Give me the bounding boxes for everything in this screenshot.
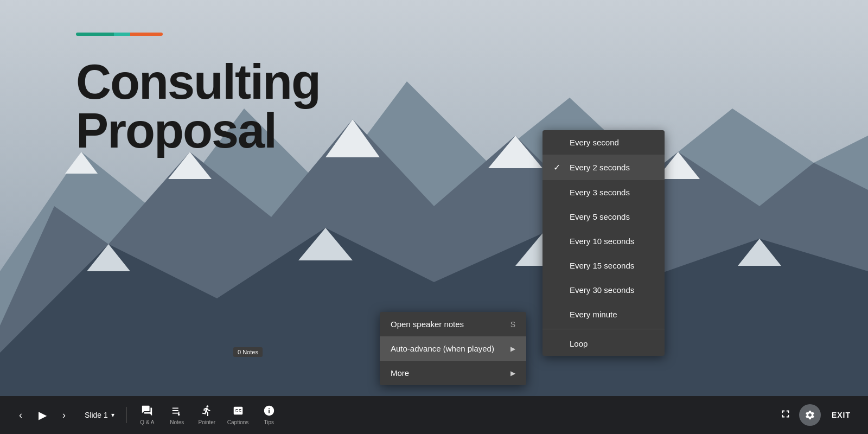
title-line1: Consulting: [76, 55, 320, 109]
every-minute-label: Every minute: [570, 310, 617, 319]
slide-indicator: Slide 1 ▾: [85, 411, 114, 419]
play-button[interactable]: ▶: [33, 405, 52, 425]
toolbar-nav: ‹ ▶ ›: [11, 405, 74, 425]
more-item[interactable]: More ▶: [380, 361, 526, 385]
more-chevron: ▶: [510, 369, 515, 377]
loop-item[interactable]: Loop: [542, 331, 665, 356]
every-second-label: Every second: [570, 138, 619, 147]
every-15-seconds-item[interactable]: Every 15 seconds: [542, 253, 665, 278]
slide-dropdown-button[interactable]: ▾: [111, 411, 114, 419]
more-label: More: [391, 368, 409, 378]
speaker-notes-shortcut: S: [510, 320, 515, 329]
slide-title: Consulting Proposal: [76, 58, 320, 155]
captions-tool[interactable]: Captions: [222, 403, 254, 427]
auto-advance-submenu: Every second ✓ Every 2 seconds Every 3 s…: [542, 130, 665, 356]
slide-content: Consulting Proposal: [76, 33, 320, 155]
every-2-seconds-label: Every 2 seconds: [570, 163, 630, 172]
fullscreen-button[interactable]: [776, 405, 795, 426]
open-speaker-notes-item[interactable]: Open speaker notes S: [380, 312, 526, 336]
toolbar-divider-1: [126, 407, 127, 423]
pointer-label: Pointer: [198, 419, 215, 425]
qa-label: Q & A: [140, 419, 154, 425]
notes-tool[interactable]: Notes: [162, 403, 192, 427]
every-30-seconds-label: Every 30 seconds: [570, 285, 634, 295]
every-3-seconds-item[interactable]: Every 3 seconds: [542, 180, 665, 205]
every-5-seconds-label: Every 5 seconds: [570, 212, 630, 221]
captions-icon: [232, 405, 244, 418]
context-menu: Open speaker notes S Auto-advance (when …: [380, 312, 526, 385]
every-second-item[interactable]: Every second: [542, 130, 665, 155]
pointer-tool[interactable]: Pointer: [192, 403, 222, 427]
qa-icon: [141, 405, 153, 418]
notes-icon: [171, 405, 183, 418]
every-30-seconds-item[interactable]: Every 30 seconds: [542, 278, 665, 302]
every-minute-item[interactable]: Every minute: [542, 302, 665, 327]
auto-advance-item[interactable]: Auto-advance (when played) ▶: [380, 336, 526, 361]
toolbar: ‹ ▶ › Slide 1 ▾ Q & A Notes Pointer Capt…: [0, 396, 868, 434]
logo-green-bar: [76, 33, 114, 36]
slide-area: Consulting Proposal Open speaker notes S…: [0, 0, 868, 396]
captions-label: Captions: [227, 419, 248, 425]
every-2-seconds-check: ✓: [553, 162, 563, 173]
submenu-divider: [542, 329, 665, 329]
every-10-seconds-item[interactable]: Every 10 seconds: [542, 229, 665, 253]
notes-badge: 0 Notes: [233, 347, 263, 357]
logo-bar: [76, 33, 320, 36]
notes-label: Notes: [170, 419, 184, 425]
gear-button[interactable]: [799, 404, 821, 426]
every-2-seconds-item[interactable]: ✓ Every 2 seconds: [542, 155, 665, 180]
pointer-icon: [201, 405, 213, 418]
tips-icon: [263, 405, 275, 418]
prev-slide-button[interactable]: ‹: [11, 405, 30, 425]
every-3-seconds-label: Every 3 seconds: [570, 188, 630, 197]
next-slide-button[interactable]: ›: [54, 405, 74, 425]
auto-advance-label: Auto-advance (when played): [391, 344, 494, 353]
tips-tool[interactable]: Tips: [254, 403, 284, 427]
title-line2: Proposal: [76, 104, 276, 158]
loop-label: Loop: [570, 339, 588, 348]
logo-orange-bar: [130, 33, 163, 36]
open-speaker-notes-label: Open speaker notes: [391, 320, 464, 329]
qa-tool[interactable]: Q & A: [132, 403, 162, 427]
toolbar-right: EXIT: [776, 404, 857, 426]
every-15-seconds-label: Every 15 seconds: [570, 261, 634, 270]
every-10-seconds-label: Every 10 seconds: [570, 237, 634, 246]
logo-teal-bar: [114, 33, 130, 36]
auto-advance-chevron: ▶: [510, 345, 515, 353]
tips-label: Tips: [264, 419, 275, 425]
exit-button[interactable]: EXIT: [825, 406, 857, 424]
notes-count: 0 Notes: [238, 349, 258, 355]
every-5-seconds-item[interactable]: Every 5 seconds: [542, 205, 665, 229]
slide-label: Slide 1: [85, 411, 108, 419]
